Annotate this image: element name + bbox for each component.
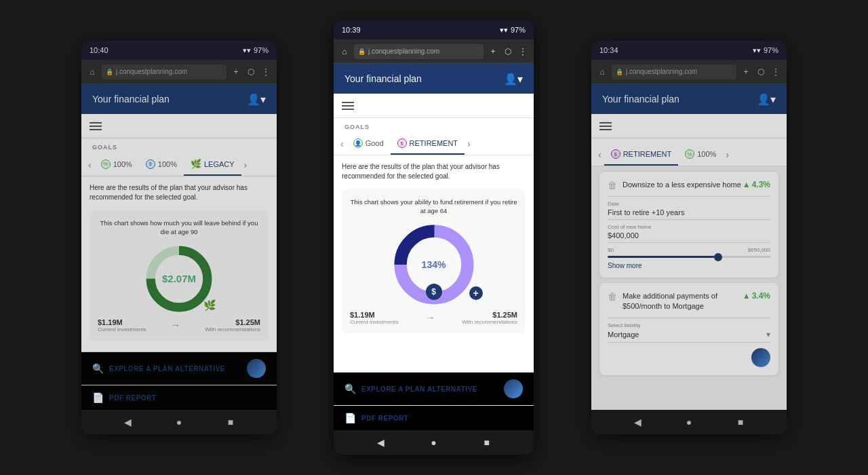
wifi-icon-right: ▾▾ [753, 46, 761, 55]
recents-btn-center[interactable]: ■ [480, 436, 494, 449]
tab-retirement-center[interactable]: $ RETIREMENT [391, 133, 465, 155]
prev-tab-left[interactable]: ‹ [85, 157, 94, 173]
tab-100-right[interactable]: % 100% [678, 144, 723, 166]
app-title-right: Your financial plan [602, 94, 679, 104]
cost-value-1: $400,000 [608, 231, 770, 243]
explore-text-left: EXPLORE A PLAN ALTERNATIVE [109, 365, 225, 373]
card-avatar-row [608, 348, 770, 367]
browser-bar-left: ⌂ 🔒 j.conquestplanning.com + ⬡ ⋮ [81, 60, 277, 84]
explore-btn-center[interactable]: 🔍 EXPLORE A PLAN ALTERNATIVE [334, 372, 534, 405]
content-area-center: Here are the results of the plan that yo… [334, 155, 534, 372]
next-tab-left[interactable]: › [241, 157, 250, 173]
stat-left-center: $1.19M Current investments [350, 311, 399, 325]
recents-btn-left[interactable]: ■ [224, 415, 237, 429]
app-header-right: Your financial plan 👤▾ [591, 84, 787, 114]
time-center: 10:39 [342, 26, 361, 34]
delete-icon-1[interactable]: 🗑 [608, 180, 617, 191]
lock-icon-left: 🔒 [106, 69, 113, 75]
more-icon-right[interactable]: ⋮ [770, 66, 781, 77]
goals-tabs-right: ‹ $ RETIREMENT % 100% › [591, 144, 787, 166]
tab-dot-retirement-right: $ [611, 149, 620, 159]
leaf-center-left: 🌿 [203, 299, 216, 311]
delete-icon-2[interactable]: 🗑 [608, 291, 617, 302]
date-value-1: First to retire +10 years [608, 208, 770, 220]
tab-good-center[interactable]: 👤 Good [347, 133, 391, 155]
home-icon-right[interactable]: ⌂ [597, 66, 608, 77]
more-icon-left[interactable]: ⋮ [260, 66, 271, 77]
tab-label-good-center: Good [366, 139, 384, 147]
pdf-btn-left[interactable]: 📄 PDF REPORT [81, 385, 277, 410]
stats-row-center: $1.19M Current investments → $1.25M With… [350, 311, 517, 325]
next-tab-center[interactable]: › [465, 136, 473, 152]
home-btn-right[interactable]: ● [682, 415, 696, 429]
pdf-icon-left: 📄 [92, 392, 104, 403]
tab-label-2-left: 100% [158, 160, 177, 168]
hamburger-center[interactable] [342, 102, 354, 110]
person-icon-right[interactable]: 👤▾ [757, 93, 776, 106]
rate-arrow-1: ▲ [743, 180, 751, 189]
prev-tab-right[interactable]: ‹ [595, 147, 604, 163]
tab-100-left[interactable]: % 100% [94, 154, 139, 176]
plus-btn-center[interactable]: + [469, 286, 483, 300]
next-tab-right[interactable]: › [723, 147, 732, 163]
goals-tabs-center: ‹ 👤 Good $ RETIREMENT › [334, 133, 534, 155]
tab-legacy-left[interactable]: 🌿 LEGACY [184, 153, 241, 176]
menu-bar-center [334, 94, 534, 118]
app-title-left: Your financial plan [92, 94, 170, 104]
person-icon-left[interactable]: 👤▾ [247, 93, 266, 106]
back-btn-right[interactable]: ◀ [631, 415, 644, 429]
add-tab-center[interactable]: + [488, 46, 498, 57]
leaf-icon-left: 🌿 [191, 159, 201, 169]
home-icon-left[interactable]: ⌂ [87, 66, 98, 77]
stat-left-left: $1.19M Current investments [98, 318, 146, 332]
prev-tab-center[interactable]: ‹ [338, 136, 347, 152]
add-tab-left[interactable]: + [231, 66, 241, 77]
tab-label-100-right: 100% [697, 150, 716, 158]
share-icon-center[interactable]: ⬡ [502, 46, 513, 57]
donut-left: $2.07M 🌿 [98, 245, 260, 313]
explore-btn-left[interactable]: 🔍 EXPLORE A PLAN ALTERNATIVE [81, 352, 277, 385]
goals-section-right: ‹ $ RETIREMENT % 100% › [591, 138, 787, 166]
stats-row-left: $1.19M Current investments → $1.25M With… [98, 318, 260, 332]
url-center: j.conquestplanning.com [368, 48, 439, 55]
home-icon-center[interactable]: ⌂ [339, 46, 350, 57]
hamburger-left[interactable] [90, 122, 102, 130]
pdf-btn-center[interactable]: 📄 PDF REPORT [334, 405, 534, 430]
rate-value-2: 3.4% [752, 291, 770, 301]
home-btn-left[interactable]: ● [172, 415, 186, 429]
share-icon-right[interactable]: ⬡ [755, 66, 766, 77]
slider-1[interactable]: $0 $650,000 [608, 247, 770, 258]
liability-value-2: Mortgage [608, 330, 639, 339]
stat-right-value-left: $1.25M [205, 318, 260, 326]
stat-left-value-left: $1.19M [98, 318, 146, 326]
hamburger-right[interactable] [599, 122, 612, 130]
browser-bar-right: ⌂ 🔒 j.conquestplanning.com + ⬡ ⋮ [591, 60, 787, 84]
explore-icon-center: 🔍 [344, 383, 356, 394]
time-right: 10:34 [599, 46, 618, 54]
stat-left-label-center: Current investments [350, 319, 399, 325]
chart-title-center: This chart shows your ability to fund re… [350, 197, 517, 216]
tab-retirement-right[interactable]: $ RETIREMENT [604, 144, 679, 166]
status-icons-center: ▾▾ 97% [500, 26, 526, 35]
back-btn-center[interactable]: ◀ [374, 436, 387, 449]
tab-100b-left[interactable]: $ 100% [139, 154, 184, 176]
person-icon-center[interactable]: 👤▾ [504, 73, 523, 86]
battery-right: 97% [764, 46, 778, 54]
home-btn-center[interactable]: ● [427, 436, 440, 449]
content-area-left: Here are the results of the plan that yo… [81, 176, 277, 352]
address-bar-left[interactable]: 🔒 j.conquestplanning.com [102, 64, 226, 79]
share-icon-left[interactable]: ⬡ [245, 66, 256, 77]
lock-icon-center: 🔒 [358, 48, 366, 55]
address-bar-center[interactable]: 🔒 j.conquestplanning.com [354, 44, 484, 59]
back-btn-left[interactable]: ◀ [121, 415, 134, 429]
slider-thumb-1[interactable] [714, 253, 722, 261]
address-bar-right[interactable]: 🔒 j.conquestplanning.com [612, 64, 736, 79]
more-icon-center[interactable]: ⋮ [517, 46, 528, 57]
add-tab-right[interactable]: + [741, 66, 751, 77]
url-left: j.conquestplanning.com [116, 68, 187, 75]
bottom-nav-left: ◀ ● ■ [81, 410, 277, 434]
show-more-1[interactable]: Show more [608, 262, 770, 269]
card-mortgage: 🗑 Make additional payments of $500/month… [599, 283, 778, 375]
recents-btn-right[interactable]: ■ [734, 415, 747, 429]
card-rate-1: ▲ 4.3% [743, 180, 770, 189]
